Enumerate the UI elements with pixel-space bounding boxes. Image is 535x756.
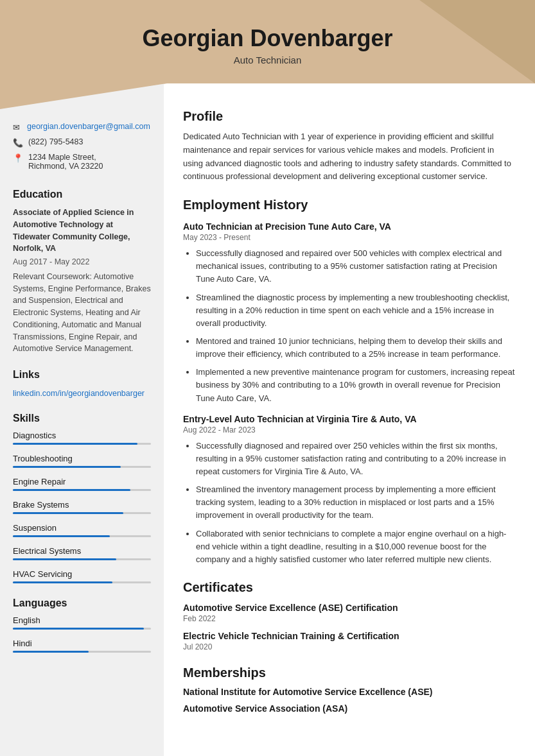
bullet-item: Streamlined the diagnostic process by im… [196, 291, 516, 330]
skill-item: Engine Repair [13, 477, 151, 491]
skills-section: Skills Diagnostics Troubleshooting Engin… [13, 413, 151, 583]
bullet-item: Successfully diagnosed and repaired over… [196, 247, 516, 286]
skill-item: HVAC Servicing [13, 569, 151, 583]
email-contact: ✉ georgian.dovenbarger@gmail.com [13, 122, 151, 132]
certificates-section-title: Certificates [183, 580, 516, 595]
skills-list: Diagnostics Troubleshooting Engine Repai… [13, 431, 151, 583]
skill-bar-fill [13, 489, 130, 491]
certificate-entry: Electric Vehicle Technician Training & C… [183, 631, 516, 651]
skill-item: Electrical Systems [13, 546, 151, 560]
education-entry: Associate of Applied Science in Automoti… [13, 207, 151, 355]
bullet-item: Collaborated with senior technicians to … [196, 528, 516, 566]
skill-name: Brake Systems [13, 500, 151, 510]
skill-bar-fill [13, 535, 110, 537]
job-title: Auto Technician at Precision Tune Auto C… [183, 221, 516, 232]
candidate-title: Auto Technician [234, 55, 302, 65]
job-dates: Aug 2022 - Mar 2023 [183, 425, 516, 434]
job-entry: Auto Technician at Precision Tune Auto C… [183, 221, 516, 405]
skill-item: Suspension [13, 523, 151, 537]
address-contact: 📍 1234 Maple Street, Richmond, VA 23220 [13, 153, 151, 171]
job-title: Entry-Level Auto Technician at Virginia … [183, 414, 516, 424]
location-icon: 📍 [13, 153, 23, 163]
lang-bar-fill [13, 628, 144, 630]
skill-bar-bg [13, 443, 151, 445]
skill-bar-fill [13, 558, 116, 560]
profile-section-title: Profile [183, 109, 516, 124]
language-item: English [13, 615, 151, 630]
address-text: 1234 Maple Street, Richmond, VA 23220 [28, 153, 103, 171]
membership-item: National Institute for Automotive Servic… [183, 687, 516, 697]
languages-list: English Hindi [13, 615, 151, 653]
bullet-item: Streamlined the inventory management pro… [196, 483, 516, 522]
skill-bar-bg [13, 512, 151, 514]
phone-number: (822) 795-5483 [28, 137, 83, 146]
lang-bar-bg [13, 628, 151, 630]
contact-info: ✉ georgian.dovenbarger@gmail.com 📞 (822)… [13, 122, 151, 171]
memberships-section-title: Memberships [183, 666, 516, 680]
employment-list: Auto Technician at Precision Tune Auto C… [183, 221, 516, 566]
skill-name: Suspension [13, 523, 151, 533]
skill-item: Diagnostics [13, 431, 151, 445]
main-layout: ✉ georgian.dovenbarger@gmail.com 📞 (822)… [0, 83, 535, 756]
cert-title: Electric Vehicle Technician Training & C… [183, 631, 516, 641]
membership-item: Automotive Service Association (ASA) [183, 703, 516, 714]
education-section: Education Associate of Applied Science i… [13, 189, 151, 355]
job-bullets: Successfully diagnosed and repaired over… [183, 247, 516, 405]
skill-item: Brake Systems [13, 500, 151, 514]
email-icon: ✉ [13, 123, 22, 132]
job-entry: Entry-Level Auto Technician at Virginia … [183, 414, 516, 566]
resume-header: Georgian Dovenbarger Auto Technician [0, 0, 535, 83]
skill-name: Diagnostics [13, 431, 151, 440]
certificates-list: Automotive Service Excellence (ASE) Cert… [183, 603, 516, 651]
lang-bar-fill [13, 651, 89, 653]
education-title: Education [13, 189, 151, 200]
skill-bar-bg [13, 558, 151, 560]
memberships-list: National Institute for Automotive Servic… [183, 687, 516, 714]
skill-name: Engine Repair [13, 477, 151, 486]
certificate-entry: Automotive Service Excellence (ASE) Cert… [183, 603, 516, 623]
job-dates: May 2023 - Present [183, 233, 516, 242]
education-degree: Associate of Applied Science in Automoti… [13, 207, 151, 255]
cert-date: Jul 2020 [183, 642, 516, 651]
cert-date: Feb 2022 [183, 614, 516, 623]
job-bullets: Successfully diagnosed and repaired over… [183, 440, 516, 566]
bullet-item: Mentored and trained 10 junior technicia… [196, 335, 516, 361]
links-section: Links linkedin.com/in/georgiandovenbarge… [13, 369, 151, 399]
education-dates: Aug 2017 - May 2022 [13, 256, 151, 268]
email-link[interactable]: georgian.dovenbarger@gmail.com [27, 122, 150, 131]
language-name: English [13, 615, 151, 625]
skill-bar-bg [13, 489, 151, 491]
language-name: Hindi [13, 639, 151, 648]
lang-bar-bg [13, 651, 151, 653]
phone-contact: 📞 (822) 795-5483 [13, 137, 151, 148]
education-courses: Relevant Coursework: Automotive Systems,… [13, 271, 151, 355]
profile-text: Dedicated Auto Technician with 1 year of… [183, 130, 516, 184]
skill-bar-bg [13, 466, 151, 468]
skill-bar-fill [13, 512, 123, 514]
language-item: Hindi [13, 639, 151, 653]
skill-bar-bg [13, 535, 151, 537]
skill-item: Troubleshooting [13, 454, 151, 468]
skill-bar-fill [13, 466, 121, 468]
sidebar: ✉ georgian.dovenbarger@gmail.com 📞 (822)… [0, 83, 164, 756]
skill-bar-fill [13, 443, 137, 445]
linkedin-link[interactable]: linkedin.com/in/georgiandovenbarger [13, 389, 145, 398]
main-content: Profile Dedicated Auto Technician with 1… [164, 83, 535, 756]
links-title: Links [13, 369, 151, 381]
skill-name: Troubleshooting [13, 454, 151, 463]
skills-title: Skills [13, 413, 151, 424]
skill-name: HVAC Servicing [13, 569, 151, 579]
bullet-item: Successfully diagnosed and repaired over… [196, 440, 516, 478]
phone-icon: 📞 [13, 138, 23, 148]
languages-title: Languages [13, 597, 151, 609]
languages-section: Languages English Hindi [13, 597, 151, 653]
bullet-item: Implemented a new preventive maintenance… [196, 366, 516, 404]
cert-title: Automotive Service Excellence (ASE) Cert… [183, 603, 516, 613]
skill-name: Electrical Systems [13, 546, 151, 556]
employment-section-title: Employment History [183, 198, 516, 212]
skill-bar-fill [13, 581, 112, 583]
skill-bar-bg [13, 581, 151, 583]
candidate-name: Georgian Dovenbarger [142, 25, 392, 52]
